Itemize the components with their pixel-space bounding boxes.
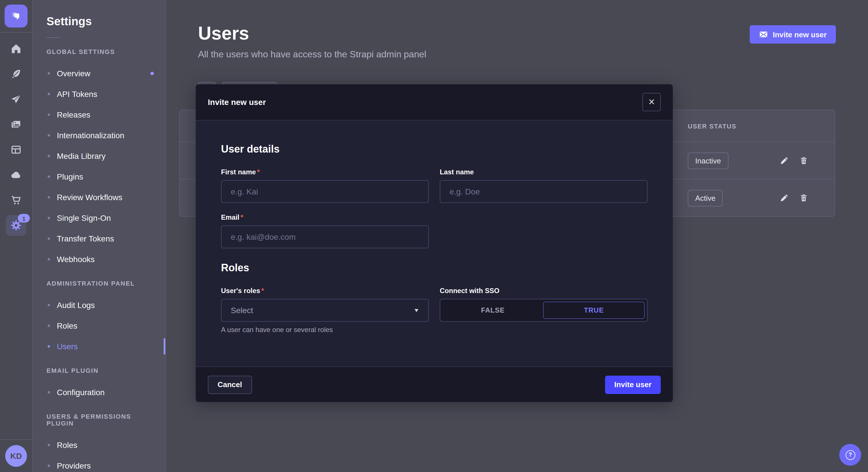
required-mark: * xyxy=(257,168,259,176)
user-details-heading: User details xyxy=(221,143,648,156)
users-roles-field-group: User's roles* Select ▼ A user can have o… xyxy=(221,287,429,334)
sso-toggle-true[interactable]: TRUE xyxy=(543,302,645,319)
users-roles-label: User's roles* xyxy=(221,287,429,295)
cancel-button[interactable]: Cancel xyxy=(208,375,252,394)
select-value: Select xyxy=(231,306,253,315)
modal-title: Invite new user xyxy=(208,98,266,107)
email-label: Email* xyxy=(221,213,429,222)
strapi-admin: 1 KD Settings GLOBAL SETTINGS Overview A… xyxy=(0,0,868,472)
modal-footer: Cancel Invite user xyxy=(196,367,673,402)
sso-toggle-false[interactable]: FALSE xyxy=(443,302,543,319)
last-name-input[interactable] xyxy=(440,180,648,203)
viewport: 1 KD Settings GLOBAL SETTINGS Overview A… xyxy=(0,0,868,472)
sso-toggle: FALSE TRUE xyxy=(440,299,648,322)
close-icon: × xyxy=(648,96,655,107)
sso-label: Connect with SSO xyxy=(440,287,648,295)
required-mark: * xyxy=(241,213,243,222)
chevron-down-icon: ▼ xyxy=(413,307,420,313)
modal-header: Invite new user × xyxy=(196,84,673,121)
first-name-label: First name* xyxy=(221,168,429,176)
users-roles-hint: A user can have one or several roles xyxy=(221,326,429,334)
close-button[interactable]: × xyxy=(642,93,661,111)
email-input[interactable] xyxy=(221,225,429,248)
invite-user-modal: Invite new user × User details First nam… xyxy=(196,84,673,402)
first-name-input[interactable] xyxy=(221,180,429,203)
roles-heading: Roles xyxy=(221,262,648,274)
users-roles-select[interactable]: Select ▼ xyxy=(221,299,429,322)
last-name-label: Last name xyxy=(440,168,648,176)
email-field-group: Email* xyxy=(221,213,429,248)
sso-field-group: Connect with SSO FALSE TRUE xyxy=(440,287,648,334)
modal-body: User details First name* Last name xyxy=(196,121,673,334)
required-mark: * xyxy=(261,287,264,295)
last-name-field-group: Last name xyxy=(440,168,648,203)
first-name-field-group: First name* xyxy=(221,168,429,203)
invite-user-submit-button[interactable]: Invite user xyxy=(605,375,661,394)
